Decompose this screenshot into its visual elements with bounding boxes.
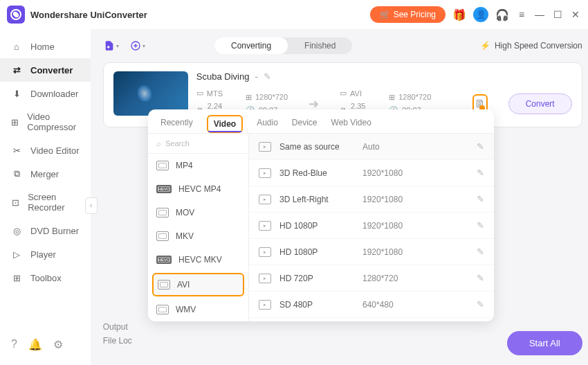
format-mov[interactable]: MOV <box>148 201 248 224</box>
download-icon: ⬇ <box>11 88 22 99</box>
preset-row[interactable]: ▸SD 480P640*480✎ <box>249 292 494 318</box>
format-avi[interactable]: AVI <box>152 273 244 296</box>
edit-preset-icon[interactable]: ✎ <box>477 247 484 257</box>
preset-name: 3D Left-Right <box>279 195 362 204</box>
gift-icon[interactable]: 🎁 <box>452 8 466 21</box>
minimize-button[interactable]: — <box>534 9 545 20</box>
tab-finished[interactable]: Finished <box>288 37 352 54</box>
add-url-button[interactable]: ▾ <box>129 37 146 54</box>
sidebar: ⌂Home ⇄Converter ⬇Downloader ⊞Video Comp… <box>0 29 91 365</box>
output-label: Output <box>103 322 582 332</box>
preset-row[interactable]: ▸HD 1080P1920*1080✎ <box>249 239 494 265</box>
src-format: MTS <box>207 89 223 98</box>
format-label: HEVC MKV <box>178 255 222 265</box>
preset-row[interactable]: ▸HD 720P1280*720✎ <box>249 265 494 292</box>
edit-preset-icon[interactable]: ✎ <box>477 220 484 231</box>
format-mp4[interactable]: MP4 <box>148 154 248 177</box>
convert-button[interactable]: Convert <box>508 94 572 114</box>
merger-icon: ⧉ <box>11 168 22 179</box>
sidebar-item-home[interactable]: ⌂Home <box>0 35 91 58</box>
preset-resolution: 640*480 <box>362 300 477 310</box>
search-icon: ⌕ <box>156 139 161 148</box>
resolution-icon: ⊞ <box>389 93 395 102</box>
format-hevc-mp4[interactable]: HEVCHEVC MP4 <box>148 177 248 201</box>
sidebar-item-label: Downloader <box>30 89 78 99</box>
status-tabs: Converting Finished <box>214 37 352 54</box>
preset-resolution: 1920*1080 <box>362 195 477 204</box>
dd-tab-video[interactable]: Video <box>207 115 243 133</box>
preset-name: 3D Red-Blue <box>279 168 362 178</box>
preset-row[interactable]: ▸HD 1080P1920*1080✎ <box>249 213 494 239</box>
format-list: ⌕Search MP4 HEVCHEVC MP4 MOV MKV HEVCHEV… <box>148 134 249 321</box>
edit-preset-icon[interactable]: ✎ <box>477 141 484 152</box>
tab-converting[interactable]: Converting <box>214 37 288 54</box>
format-label: MOV <box>176 208 194 217</box>
edit-preset-icon[interactable]: ✎ <box>477 273 484 283</box>
sidebar-item-video-compressor[interactable]: ⊞Video Compressor <box>0 105 91 139</box>
edit-preset-icon[interactable]: ✎ <box>477 299 484 310</box>
menu-icon[interactable]: ≡ <box>516 9 527 20</box>
preset-list: ▸Same as sourceAuto✎ ▸3D Red-Blue1920*10… <box>249 134 494 321</box>
close-button[interactable]: ✕ <box>570 9 581 20</box>
preset-resolution: 1920*1080 <box>362 168 477 178</box>
edit-preset-icon[interactable]: ✎ <box>477 168 484 178</box>
cart-icon: 🛒 <box>380 10 390 19</box>
dvd-icon: ◎ <box>11 225 22 236</box>
app-logo-icon <box>7 6 25 24</box>
preset-row[interactable]: ▸3D Left-Right1920*1080✎ <box>249 186 494 213</box>
sidebar-item-player[interactable]: ▷Player <box>0 242 91 266</box>
preset-name: HD 1080P <box>279 221 362 231</box>
sidebar-item-label: DVD Burner <box>30 226 79 236</box>
format-label: HEVC MP4 <box>178 184 221 194</box>
chevron-down-icon: ▾ <box>143 43 145 49</box>
chevron-down-icon: ▾ <box>116 43 119 49</box>
support-icon[interactable]: 🎧 <box>495 8 509 21</box>
settings-icon[interactable]: ⚙ <box>53 338 63 351</box>
dd-tab-web-video[interactable]: Web Video <box>331 118 371 133</box>
titlebar: Wondershare UniConverter 🛒 See Pricing 🎁… <box>0 0 588 29</box>
sidebar-item-video-editor[interactable]: ✂Video Editor <box>0 139 91 162</box>
title-separator: - <box>255 71 257 82</box>
account-button[interactable]: 👤 <box>473 7 488 22</box>
preset-resolution: Auto <box>362 142 477 152</box>
format-box-icon <box>158 280 170 290</box>
format-label: MKV <box>176 231 194 241</box>
maximize-button[interactable]: ☐ <box>552 9 563 20</box>
bell-icon[interactable]: 🔔 <box>28 338 42 351</box>
high-speed-toggle[interactable]: ⚡High Speed Conversion <box>480 41 582 51</box>
format-box-icon <box>156 208 169 217</box>
help-icon[interactable]: ? <box>11 338 17 351</box>
dd-tab-recently[interactable]: Recently <box>160 118 193 133</box>
file-title: Scuba Diving <box>196 71 250 82</box>
sidebar-item-downloader[interactable]: ⬇Downloader <box>0 82 91 105</box>
see-pricing-label: See Pricing <box>394 10 436 19</box>
dd-tab-device[interactable]: Device <box>292 118 318 133</box>
sidebar-item-merger[interactable]: ⧉Merger <box>0 162 91 186</box>
sidebar-item-label: Video Editor <box>30 145 80 156</box>
dd-tab-audio[interactable]: Audio <box>257 118 278 133</box>
sidebar-item-label: Merger <box>30 169 59 179</box>
start-all-button[interactable]: Start All <box>507 331 582 355</box>
sidebar-item-label: Screen Recorder <box>28 192 80 213</box>
sidebar-item-screen-recorder[interactable]: ⊡Screen Recorder <box>0 186 91 219</box>
sidebar-item-toolbox[interactable]: ⊞Toolbox <box>0 266 91 290</box>
format-wmv[interactable]: WMV <box>148 298 248 321</box>
preset-row[interactable]: ▸3D Red-Blue1920*1080✎ <box>249 160 494 186</box>
format-hevc-mkv[interactable]: HEVCHEVC MKV <box>148 248 248 271</box>
see-pricing-button[interactable]: 🛒 See Pricing <box>370 6 445 23</box>
sidebar-item-converter[interactable]: ⇄Converter <box>0 58 91 82</box>
preset-row[interactable]: ▸Same as sourceAuto✎ <box>249 134 494 160</box>
format-mkv[interactable]: MKV <box>148 224 248 248</box>
edit-preset-icon[interactable]: ✎ <box>477 194 484 204</box>
format-icon: ▭ <box>196 89 203 98</box>
format-box-icon <box>156 231 169 241</box>
format-search[interactable]: ⌕Search <box>148 134 248 154</box>
preset-name: Same as source <box>279 142 362 152</box>
add-file-button[interactable]: ▾ <box>103 37 120 54</box>
edit-title-icon[interactable]: ✎ <box>264 71 271 82</box>
dst-resolution: 1280*720 <box>398 93 431 101</box>
dst-format: AVI <box>350 89 362 98</box>
sidebar-item-dvd-burner[interactable]: ◎DVD Burner <box>0 219 91 242</box>
preset-resolution: 1920*1080 <box>362 247 477 257</box>
src-resolution: 1280*720 <box>255 93 288 101</box>
